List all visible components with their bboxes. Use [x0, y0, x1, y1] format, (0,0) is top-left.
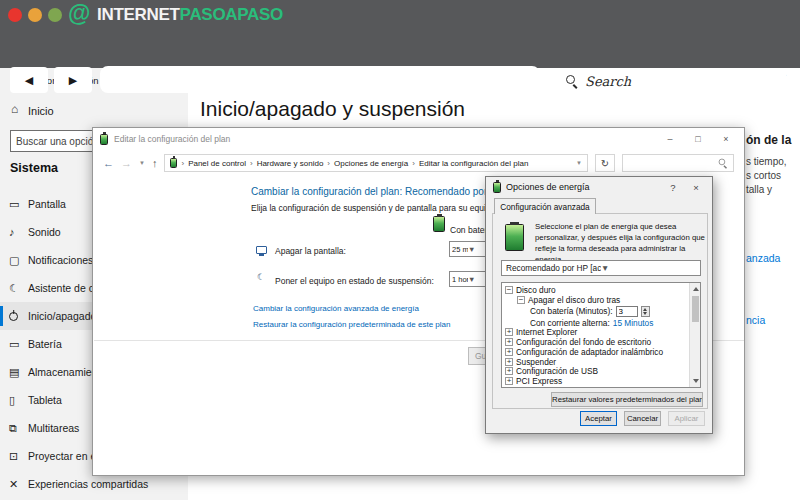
breadcrumb-opciones-de-energia[interactable]: Opciones de energía	[334, 159, 408, 168]
browser-search-field[interactable]	[554, 68, 788, 94]
expand-icon[interactable]: +	[505, 348, 513, 356]
browser-toolbar: ◀ ▶	[0, 30, 800, 68]
collapse-icon[interactable]: −	[517, 296, 525, 304]
cancel-button[interactable]: Cancelar	[624, 411, 661, 426]
background-link-fragment[interactable]: anzada	[746, 252, 780, 264]
notifications-icon: ▢	[9, 254, 28, 267]
scrollbar-thumb[interactable]	[692, 296, 699, 322]
background-text-fragment: s tiempo,	[746, 156, 787, 167]
expand-icon[interactable]: +	[505, 387, 513, 388]
browser-search-input[interactable]	[585, 74, 755, 89]
display-timeout-select[interactable]: 25 minutos ▼	[449, 241, 487, 257]
dialog-button-row: Aceptar Cancelar Aplicar	[486, 411, 712, 426]
spin-up-icon[interactable]	[643, 308, 647, 311]
explorer-search-box[interactable]	[622, 154, 734, 172]
background-text-fragment: talla y	[746, 184, 772, 195]
ac-value-link[interactable]: 15 Minutos	[613, 318, 654, 328]
dialog-close-button[interactable]: ×	[687, 182, 705, 193]
window-minimize-light[interactable]	[28, 8, 42, 22]
restore-plan-defaults-button[interactable]: Restaurar valores predeterminados del pl…	[551, 392, 703, 407]
power-icon	[9, 312, 18, 321]
edit-plan-toolbar: ← → ▼ ↑ › Panel de control › Hardware y …	[93, 150, 744, 176]
battery-icon	[100, 134, 108, 145]
back-arrow-icon[interactable]: ←	[103, 157, 114, 169]
plan-selector-dropdown[interactable]: Recomendado por HP [activo] ▼	[501, 260, 701, 276]
restore-plan-defaults-link[interactable]: Restaurar la configuración predeterminad…	[253, 320, 450, 329]
window-close-light[interactable]	[8, 8, 22, 22]
window-maximize-light[interactable]	[48, 8, 62, 22]
chevron-down-icon: ▼	[468, 245, 484, 254]
battery-icon	[493, 182, 501, 193]
tree-item-fondo-escritorio[interactable]: + Configuración del fondo de escritorio	[502, 337, 700, 347]
tree-item-pci-express[interactable]: + PCI Express	[502, 376, 700, 386]
tree-item-apagar-disco[interactable]: − Apagar el disco duro tras	[502, 295, 700, 305]
display-icon	[256, 246, 267, 254]
scroll-down-icon[interactable]	[693, 379, 699, 383]
battery-minutes-input[interactable]	[616, 306, 638, 317]
collapse-icon[interactable]: −	[505, 286, 513, 294]
background-link-fragment[interactable]: ncia	[746, 314, 765, 326]
edit-plan-titlebar[interactable]: Editar la configuración del plan – □ ×	[93, 128, 744, 150]
refresh-button[interactable]: ↻	[595, 154, 615, 172]
edit-plan-maximize-button[interactable]: □	[687, 134, 709, 144]
tablet-icon: ▯	[9, 394, 28, 407]
ac-label: Con corriente alterna:	[530, 318, 610, 328]
advanced-power-settings-link[interactable]: Cambiar la configuración avanzada de ene…	[253, 304, 419, 313]
chevron-down-icon[interactable]: ▼	[139, 160, 145, 166]
edit-plan-minimize-button[interactable]: –	[659, 134, 681, 144]
up-arrow-icon[interactable]: ↑	[152, 157, 158, 169]
chevron-down-icon[interactable]: ▼	[576, 160, 582, 166]
breadcrumb-hardware-y-sonido[interactable]: Hardware y sonido	[257, 159, 324, 168]
expand-icon[interactable]: +	[505, 338, 513, 346]
tree-item-suspender[interactable]: + Suspender	[502, 357, 700, 367]
explorer-search-input[interactable]	[627, 159, 717, 168]
browser-forward-button[interactable]: ▶	[54, 67, 92, 93]
spin-down-icon[interactable]	[643, 312, 647, 315]
expand-icon[interactable]: +	[505, 328, 513, 336]
tree-item-administracion-procesador[interactable]: + Administración de energía del procesad…	[502, 386, 700, 388]
tree-item-corriente-alterna: Con corriente alterna: 15 Minutos	[502, 318, 700, 328]
back-arrow-icon: ◀	[25, 74, 33, 87]
tree-item-internet-explorer[interactable]: + Internet Explorer	[502, 327, 700, 337]
tree-item-adaptador-inalambrico[interactable]: + Configuración de adaptador inalámbrico	[502, 347, 700, 357]
brand-logo: INTERNETPASOAPASO	[97, 5, 283, 25]
sleep-timeout-select[interactable]: 1 hora ▼	[449, 271, 487, 287]
breadcrumb-separator-icon: ›	[327, 159, 330, 168]
brand-word-internet: INTERNET	[97, 5, 180, 24]
power-options-dialog: Opciones de energía ? × Configuración av…	[485, 176, 713, 434]
background-text-fragment: ón de la	[746, 133, 791, 147]
spinner-control[interactable]	[641, 306, 650, 317]
sidebar-item-inicio[interactable]: Inicio	[28, 105, 54, 117]
browser-title-bar: @ INTERNETPASOAPASO	[0, 0, 800, 30]
plan-subheading: Elija la configuración de suspensión y d…	[251, 203, 498, 213]
scroll-up-icon[interactable]	[693, 287, 699, 291]
address-bar[interactable]	[100, 66, 540, 93]
edit-plan-close-button[interactable]: ×	[715, 134, 737, 144]
home-icon: ⌂	[11, 102, 18, 116]
chevron-down-icon: ▼	[468, 275, 484, 284]
accept-button[interactable]: Aceptar	[580, 411, 617, 426]
tab-configuracion-avanzada[interactable]: Configuración avanzada	[494, 198, 596, 214]
search-icon	[566, 75, 578, 87]
apply-button[interactable]: Aplicar	[668, 411, 705, 426]
browser-back-button[interactable]: ◀	[10, 67, 48, 93]
turn-off-display-label: Apagar la pantalla:	[275, 246, 346, 256]
tree-item-disco-duro[interactable]: − Disco duro	[502, 285, 700, 295]
breadcrumb-panel-de-control[interactable]: Panel de control	[188, 159, 246, 168]
multitask-icon: ⧉	[9, 422, 28, 435]
battery-icon	[505, 224, 524, 251]
battery-icon	[433, 216, 445, 232]
tree-item-usb[interactable]: + Configuración de USB	[502, 367, 700, 377]
sleep-label: Poner el equipo en estado de suspensión:	[275, 276, 434, 286]
expand-icon[interactable]: +	[505, 367, 513, 375]
dialog-titlebar[interactable]: Opciones de energía ? ×	[486, 177, 712, 197]
battery-minutes-label: Con batería (Minutos):	[530, 306, 613, 316]
breadcrumb-editar-plan[interactable]: Editar la configuración del plan	[419, 159, 528, 168]
expand-icon[interactable]: +	[505, 377, 513, 385]
battery-icon: ▭	[9, 338, 28, 351]
dialog-help-button[interactable]: ?	[664, 182, 682, 193]
expand-icon[interactable]: +	[505, 358, 513, 366]
tree-scrollbar[interactable]	[689, 283, 700, 387]
forward-arrow-icon[interactable]: →	[121, 157, 132, 169]
forward-arrow-icon: ▶	[69, 74, 77, 87]
